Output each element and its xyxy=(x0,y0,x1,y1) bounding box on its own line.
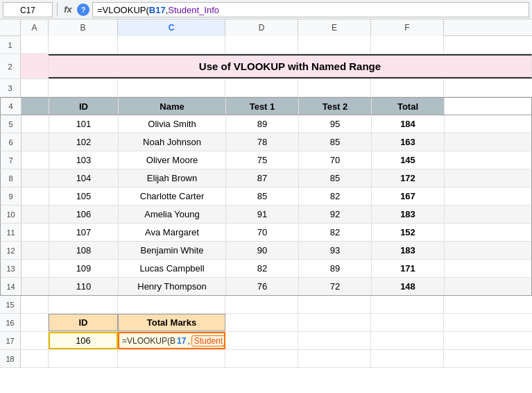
cell-f8[interactable]: 172 xyxy=(372,169,445,187)
cell-f18[interactable] xyxy=(371,350,444,367)
cell-d8[interactable]: 87 xyxy=(226,169,299,187)
cell-e8[interactable]: 85 xyxy=(299,169,372,187)
cell-d13[interactable]: 82 xyxy=(226,260,299,277)
cell-f9[interactable]: 167 xyxy=(372,187,445,205)
cell-a1[interactable] xyxy=(21,36,49,53)
cell-e16[interactable] xyxy=(298,314,371,331)
cell-c9[interactable]: Charlotte Carter xyxy=(119,187,226,205)
cell-b4[interactable]: ID xyxy=(49,98,119,115)
cell-e12[interactable]: 93 xyxy=(299,242,372,259)
cell-b14[interactable]: 110 xyxy=(49,278,119,295)
cell-b13[interactable]: 109 xyxy=(49,260,119,277)
cell-e15[interactable] xyxy=(298,296,371,313)
formula-input[interactable]: =VLOOKUP(B17,Student_Info xyxy=(92,2,529,17)
cell-c16[interactable]: Total Marks xyxy=(118,314,225,331)
cell-c4[interactable]: Name xyxy=(119,98,226,115)
cell-b16[interactable]: ID xyxy=(49,314,118,331)
cell-a13[interactable] xyxy=(22,260,49,277)
cell-c7[interactable]: Oliver Moore xyxy=(119,151,226,169)
cell-c18[interactable] xyxy=(118,350,225,367)
cell-d1[interactable] xyxy=(225,36,298,53)
cell-b7[interactable]: 103 xyxy=(49,151,119,169)
cell-e13[interactable]: 89 xyxy=(299,260,372,277)
cell-d12[interactable]: 90 xyxy=(226,242,299,259)
cell-f3[interactable] xyxy=(371,79,444,97)
cell-f13[interactable]: 171 xyxy=(372,260,445,277)
cell-a6[interactable] xyxy=(22,133,49,151)
cell-f16[interactable] xyxy=(371,314,444,331)
cell-d17[interactable] xyxy=(225,332,298,349)
cell-b1[interactable] xyxy=(49,36,118,53)
cell-a9[interactable] xyxy=(22,187,49,205)
cell-d3[interactable] xyxy=(225,79,298,97)
cell-d9[interactable]: 85 xyxy=(226,187,299,205)
cell-a17[interactable] xyxy=(21,332,49,349)
col-header-f[interactable]: F xyxy=(371,19,444,36)
cell-a12[interactable] xyxy=(22,242,49,259)
cell-c1[interactable] xyxy=(118,36,225,53)
cell-c11[interactable]: Ava Margaret xyxy=(119,224,226,241)
cell-d14[interactable]: 76 xyxy=(226,278,299,295)
cell-b18[interactable] xyxy=(49,350,118,367)
cell-c12[interactable]: Benjamin White xyxy=(119,242,226,259)
cell-f7[interactable]: 145 xyxy=(372,151,445,169)
cell-a2[interactable] xyxy=(21,54,49,78)
cell-a16[interactable] xyxy=(21,314,49,331)
cell-a8[interactable] xyxy=(22,169,49,187)
cell-b3[interactable] xyxy=(49,79,118,97)
col-header-d[interactable]: D xyxy=(225,19,298,36)
cell-f12[interactable]: 183 xyxy=(372,242,445,259)
cell-e3[interactable] xyxy=(298,79,371,97)
cell-d4[interactable]: Test 1 xyxy=(226,98,299,115)
cell-c3[interactable] xyxy=(118,79,225,97)
cell-a7[interactable] xyxy=(22,151,49,169)
cell-e4[interactable]: Test 2 xyxy=(299,98,372,115)
cell-f10[interactable]: 183 xyxy=(372,206,445,223)
cell-d7[interactable]: 75 xyxy=(226,151,299,169)
cell-e7[interactable]: 70 xyxy=(299,151,372,169)
cell-d15[interactable] xyxy=(225,296,298,313)
cell-c13[interactable]: Lucas Campbell xyxy=(119,260,226,277)
cell-a3[interactable] xyxy=(21,79,49,97)
cell-c5[interactable]: Olivia Smith xyxy=(119,115,226,133)
cell-a15[interactable] xyxy=(21,296,49,313)
cell-b6[interactable]: 102 xyxy=(49,133,119,151)
cell-c14[interactable]: Henry Thompson xyxy=(119,278,226,295)
cell-f14[interactable]: 148 xyxy=(372,278,445,295)
cell-a5[interactable] xyxy=(22,115,49,133)
cell-c10[interactable]: Amelia Young xyxy=(119,206,226,223)
cell-d6[interactable]: 78 xyxy=(226,133,299,151)
cell-f4[interactable]: Total xyxy=(372,98,445,115)
col-header-c[interactable]: C xyxy=(118,19,225,36)
cell-e14[interactable]: 72 xyxy=(299,278,372,295)
cell-a18[interactable] xyxy=(21,350,49,367)
cell-b5[interactable]: 101 xyxy=(49,115,119,133)
col-header-b[interactable]: B xyxy=(49,19,118,36)
cell-e6[interactable]: 85 xyxy=(299,133,372,151)
cell-b10[interactable]: 106 xyxy=(49,206,119,223)
cell-e11[interactable]: 82 xyxy=(299,224,372,241)
cell-e9[interactable]: 82 xyxy=(299,187,372,205)
cell-d18[interactable] xyxy=(225,350,298,367)
cell-b17[interactable]: 106 xyxy=(49,332,118,349)
cell-e17[interactable] xyxy=(298,332,371,349)
cell-c15[interactable] xyxy=(118,296,225,313)
cell-e5[interactable]: 95 xyxy=(299,115,372,133)
cell-d10[interactable]: 91 xyxy=(226,206,299,223)
cell-b12[interactable]: 108 xyxy=(49,242,119,259)
cell-a14[interactable] xyxy=(22,278,49,295)
cell-f11[interactable]: 152 xyxy=(372,224,445,241)
cell-e1[interactable] xyxy=(298,36,371,53)
cell-e18[interactable] xyxy=(298,350,371,367)
cell-c17[interactable]: =VLOOKUP(B17,Student_Info xyxy=(118,332,225,349)
cell-a11[interactable] xyxy=(22,224,49,241)
cell-d11[interactable]: 70 xyxy=(226,224,299,241)
cell-a4[interactable] xyxy=(22,98,49,115)
cell-d5[interactable]: 89 xyxy=(226,115,299,133)
cell-e10[interactable]: 92 xyxy=(299,206,372,223)
cell-f1[interactable] xyxy=(371,36,444,53)
col-header-e[interactable]: E xyxy=(298,19,371,36)
cell-b11[interactable]: 107 xyxy=(49,224,119,241)
cell-f6[interactable]: 163 xyxy=(372,133,445,151)
col-header-a[interactable]: A xyxy=(21,19,49,36)
